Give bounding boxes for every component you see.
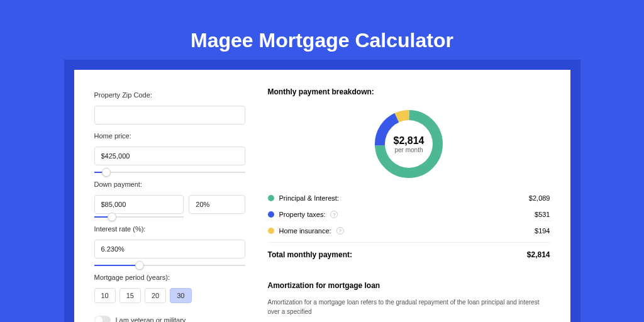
info-icon[interactable]: ?	[336, 227, 344, 235]
dot-icon	[268, 228, 274, 234]
legend-value: $2,089	[529, 194, 550, 202]
amort-heading: Amortization for mortgage loan	[268, 274, 550, 290]
down-payment-label: Down payment:	[94, 180, 245, 188]
home-price-slider[interactable]	[94, 172, 245, 173]
rate-label: Interest rate (%):	[94, 225, 245, 233]
legend-row-principal: Principal & Interest: $2,089	[268, 194, 550, 202]
home-price-input[interactable]	[94, 147, 245, 165]
payment-donut-chart: $2,814 per month	[371, 106, 447, 182]
legend-label: Property taxes:	[279, 211, 326, 218]
home-price-label: Home price:	[94, 132, 245, 140]
legend-row-taxes: Property taxes: ? $531	[268, 211, 550, 218]
zip-input[interactable]	[94, 106, 245, 125]
rate-input[interactable]	[94, 240, 245, 258]
down-payment-slider[interactable]	[94, 216, 184, 218]
amort-text: Amortization for a mortgage loan refers …	[268, 297, 550, 316]
period-option-10[interactable]: 10	[94, 288, 116, 303]
veteran-label: I am veteran or military	[116, 316, 186, 322]
veteran-toggle[interactable]	[94, 316, 111, 322]
info-icon[interactable]: ?	[330, 211, 338, 218]
breakdown-heading: Monthly payment breakdown:	[268, 87, 550, 96]
period-group: 10 15 20 30	[94, 288, 245, 303]
total-label: Total monthly payment:	[268, 250, 352, 259]
period-option-30[interactable]: 30	[170, 288, 191, 303]
donut-total-sub: per month	[394, 147, 423, 153]
period-label: Mortgage period (years):	[94, 274, 245, 281]
legend-label: Home insurance:	[279, 227, 331, 235]
calculator-card: Property Zip Code: Home price: Down paym…	[74, 70, 570, 322]
dot-icon	[268, 211, 274, 218]
legend-value: $531	[535, 211, 550, 218]
page-title: Magee Mortgage Calculator	[0, 29, 644, 52]
down-payment-input[interactable]	[94, 195, 184, 214]
legend-value: $194	[535, 227, 550, 235]
period-option-20[interactable]: 20	[145, 288, 166, 303]
period-option-15[interactable]: 15	[119, 288, 141, 303]
breakdown-panel: Monthly payment breakdown: $2,814 per mo…	[268, 87, 550, 322]
dot-icon	[268, 195, 274, 201]
legend-row-insurance: Home insurance: ? $194	[268, 227, 550, 235]
total-value: $2,814	[527, 250, 550, 259]
donut-total-value: $2,814	[394, 135, 425, 147]
down-payment-pct-input[interactable]	[189, 195, 245, 214]
rate-slider[interactable]	[94, 265, 245, 266]
input-panel: Property Zip Code: Home price: Down paym…	[94, 87, 245, 322]
legend-label: Principal & Interest:	[279, 194, 339, 202]
zip-label: Property Zip Code:	[94, 91, 245, 99]
